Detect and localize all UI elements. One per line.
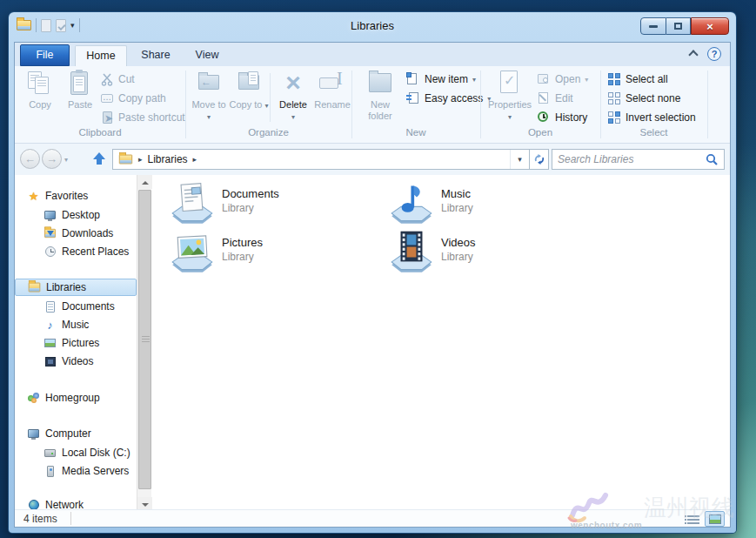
breadcrumb-arrow-icon[interactable]: ▸: [138, 155, 143, 164]
sidebar-item-music[interactable]: ♪ Music: [15, 316, 137, 333]
library-tile-music[interactable]: Music Library: [389, 180, 602, 227]
search-input[interactable]: [558, 151, 697, 168]
tab-share[interactable]: Share: [130, 45, 181, 66]
move-to-icon: ←: [194, 70, 224, 98]
sidebar-item-media-servers[interactable]: Media Servers: [15, 462, 137, 480]
move-to-button[interactable]: ← Move to ▾: [189, 69, 229, 126]
library-tile-documents[interactable]: Documents Library: [170, 180, 383, 227]
recent-locations-dropdown[interactable]: ▾: [64, 156, 68, 164]
back-button[interactable]: ←: [20, 149, 40, 169]
forward-button[interactable]: →: [42, 149, 62, 169]
tab-home[interactable]: Home: [75, 45, 127, 66]
invert-selection-button[interactable]: Invert selection: [607, 109, 696, 126]
computer-icon: [27, 427, 40, 440]
library-tile-videos[interactable]: Videos Library: [389, 229, 602, 276]
triangle-down-icon: [142, 503, 149, 507]
sidebar-item-favorites[interactable]: ★ Favorites: [15, 187, 137, 205]
dropdown-arrow-icon: ▾: [508, 113, 512, 121]
details-view-button[interactable]: [683, 511, 703, 527]
edit-button[interactable]: Edit: [537, 90, 573, 107]
library-tile-pictures[interactable]: Pictures Library: [170, 229, 383, 276]
large-icons-view-button[interactable]: [705, 511, 725, 527]
open-icon: [537, 72, 551, 86]
sidebar-scrollbar[interactable]: [137, 175, 151, 511]
properties-button[interactable]: ✓ Properties ▾: [487, 69, 532, 126]
sidebar-item-computer[interactable]: Computer: [15, 425, 137, 442]
breadcrumb-location[interactable]: Libraries: [148, 153, 188, 165]
music-library-icon: [389, 180, 434, 225]
close-button[interactable]: ×: [691, 17, 729, 35]
window-title: Libraries: [9, 19, 736, 32]
new-item-button[interactable]: New item ▾: [406, 71, 476, 88]
group-label-clipboard: Clipboard: [15, 127, 185, 138]
sidebar-item-recent-places[interactable]: Recent Places: [15, 243, 137, 260]
copy-to-button[interactable]: Copy to ▾: [229, 69, 269, 126]
scrollbar-thumb[interactable]: [138, 190, 151, 489]
group-label-open: Open: [480, 127, 600, 138]
select-none-button[interactable]: Select none: [607, 90, 680, 107]
tab-view[interactable]: View: [184, 45, 230, 66]
main-area: ★ Favorites Desktop Downloads Recent Pla…: [15, 175, 730, 511]
client-area: File Home Share View ? Copy: [14, 42, 731, 528]
edit-icon: [537, 91, 551, 105]
details-view-icon: [687, 515, 699, 524]
open-button[interactable]: Open ▾: [537, 71, 588, 88]
minimize-button[interactable]: [640, 17, 666, 35]
dropdown-arrow-icon: ▾: [207, 113, 211, 121]
status-bar: 4 items: [15, 509, 730, 527]
cut-button[interactable]: Cut: [100, 71, 135, 88]
paste-shortcut-button[interactable]: ➤ Paste shortcut: [100, 109, 185, 126]
tab-file[interactable]: File: [20, 44, 70, 66]
refresh-icon: [533, 153, 545, 165]
media-servers-icon: [43, 465, 57, 477]
help-button[interactable]: ?: [707, 47, 721, 61]
delete-button[interactable]: × Delete ▾: [273, 69, 313, 126]
pictures-library-icon: [170, 229, 215, 274]
triangle-up-icon: [142, 181, 149, 185]
sidebar-item-documents[interactable]: Documents: [15, 298, 137, 315]
sidebar-item-videos[interactable]: Videos: [15, 353, 137, 370]
pictures-icon: [43, 337, 57, 349]
copy-path-icon: …: [100, 91, 114, 105]
homegroup-icon: [27, 392, 40, 404]
music-icon: ♪: [43, 319, 57, 331]
videos-icon: [43, 355, 57, 367]
desktop-background: ▾ Libraries × File Home Share View ?: [0, 0, 756, 538]
properties-icon: ✓: [495, 70, 525, 98]
sidebar-item-pictures[interactable]: Pictures: [15, 334, 137, 352]
scroll-up-button[interactable]: [137, 175, 152, 189]
paste-button[interactable]: Paste: [60, 69, 100, 126]
new-folder-button[interactable]: New folder: [358, 69, 402, 126]
ribbon-tab-strip: File Home Share View ?: [15, 43, 730, 66]
history-button[interactable]: History: [537, 109, 587, 126]
sidebar-item-local-disk[interactable]: Local Disk (C:): [15, 444, 137, 461]
minimize-ribbon-button[interactable]: [686, 49, 700, 61]
rename-button[interactable]: I Rename: [311, 69, 353, 126]
breadcrumb: ▸ Libraries ▸: [113, 153, 510, 165]
refresh-button[interactable]: [529, 150, 548, 169]
help-icon: ?: [712, 49, 718, 59]
view-switcher: [683, 511, 725, 527]
breadcrumb-arrow-icon[interactable]: ▸: [193, 155, 197, 164]
breadcrumb-bar[interactable]: ▸ Libraries ▸ ▾: [112, 149, 549, 170]
title-bar[interactable]: ▾ Libraries ×: [9, 12, 736, 42]
desktop-icon: [43, 209, 57, 221]
dropdown-arrow-icon: ▾: [264, 102, 268, 110]
favorites-star-icon: ★: [27, 190, 40, 202]
sidebar-item-downloads[interactable]: Downloads: [15, 225, 137, 242]
sidebar-item-libraries[interactable]: Libraries: [15, 279, 137, 296]
sidebar-item-desktop[interactable]: Desktop: [15, 206, 137, 224]
downloads-icon: [43, 227, 57, 239]
sidebar-item-homegroup[interactable]: Homegroup: [15, 389, 137, 407]
easy-access-button[interactable]: Easy access ▾: [406, 90, 491, 107]
search-icon[interactable]: [706, 153, 719, 166]
documents-icon: [43, 300, 57, 313]
up-button[interactable]: [88, 150, 110, 169]
maximize-button[interactable]: [666, 17, 691, 35]
copy-button[interactable]: Copy: [20, 69, 60, 126]
close-icon: ×: [706, 20, 713, 33]
recent-places-icon: [43, 245, 57, 258]
address-dropdown-button[interactable]: ▾: [510, 150, 529, 169]
select-all-button[interactable]: Select all: [607, 71, 668, 88]
copy-path-button[interactable]: … Copy path: [100, 90, 166, 107]
